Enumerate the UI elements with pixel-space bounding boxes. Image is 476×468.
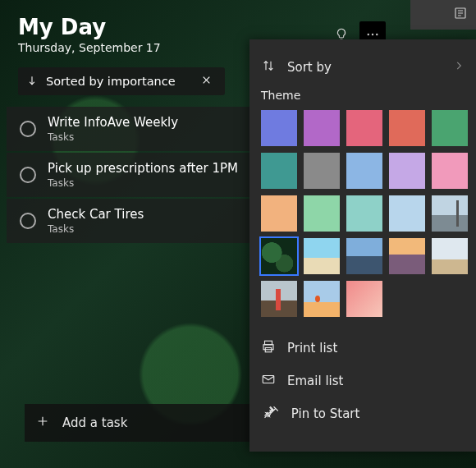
theme-swatch-sand[interactable] <box>432 238 468 274</box>
sort-chip[interactable]: Sorted by importance <box>18 67 225 95</box>
email-list-label: Email list <box>287 374 343 388</box>
theme-swatch-beach[interactable] <box>304 238 340 274</box>
plus-icon <box>36 415 49 431</box>
theme-swatch-seafoam[interactable] <box>346 195 382 232</box>
theme-swatch-lavender[interactable] <box>389 153 425 189</box>
theme-swatch-balloons[interactable] <box>304 281 340 317</box>
task-complete-circle[interactable] <box>20 213 36 229</box>
task-complete-circle[interactable] <box>20 167 36 183</box>
svg-point-3 <box>376 34 378 35</box>
theme-swatch-coral[interactable] <box>389 110 425 146</box>
pin-icon <box>261 405 280 423</box>
task-category: Tasks <box>48 131 178 143</box>
theme-swatch-fern[interactable] <box>261 238 297 274</box>
theme-swatch-purple[interactable] <box>304 110 340 146</box>
theme-swatch-pink-abstract[interactable] <box>346 281 382 317</box>
theme-swatch-mint[interactable] <box>304 195 340 232</box>
pin-to-start-label: Pin to Start <box>291 406 360 421</box>
theme-swatch-rose[interactable] <box>432 153 468 189</box>
email-list-row[interactable]: Email list <box>261 365 465 397</box>
theme-swatch-ice[interactable] <box>389 195 425 232</box>
print-list-row[interactable]: Print list <box>261 332 465 365</box>
sort-by-label: Sort by <box>287 60 332 75</box>
sort-arrow-down-icon <box>26 75 38 89</box>
sort-icon <box>261 58 276 76</box>
pin-to-start-row[interactable]: Pin to Start <box>261 397 465 430</box>
page-title: My Day <box>18 15 458 39</box>
theme-swatch-grid <box>261 110 465 317</box>
task-title: Check Car Tires <box>48 207 144 222</box>
print-list-label: Print list <box>287 341 337 356</box>
add-task-placeholder: Add a task <box>62 415 127 430</box>
svg-point-2 <box>372 34 373 35</box>
theme-swatch-lighthouse[interactable] <box>261 281 297 317</box>
sort-by-row[interactable]: Sort by <box>261 51 465 84</box>
task-category: Tasks <box>48 223 144 235</box>
theme-swatch-green[interactable] <box>432 110 468 146</box>
theme-swatch-gray[interactable] <box>304 153 340 189</box>
theme-swatch-peach[interactable] <box>261 195 297 232</box>
task-title: Write InfoAve Weekly <box>48 115 178 130</box>
chevron-right-icon <box>453 60 465 75</box>
svg-rect-7 <box>263 376 274 383</box>
task-category: Tasks <box>48 177 238 189</box>
svg-rect-4 <box>265 341 272 345</box>
theme-swatch-sunset[interactable] <box>389 238 425 274</box>
svg-point-1 <box>368 34 369 35</box>
sort-chip-label: Sorted by importance <box>46 75 176 88</box>
task-title: Pick up prescriptions after 1PM <box>48 161 238 176</box>
theme-section-label: Theme <box>261 89 465 102</box>
list-options-panel: Sort by Theme Print list Email list Pin … <box>249 39 476 452</box>
print-icon <box>261 339 276 357</box>
theme-swatch-teal[interactable] <box>261 153 297 189</box>
theme-swatch-pink[interactable] <box>346 110 382 146</box>
theme-swatch-mountain[interactable] <box>346 238 382 274</box>
sort-chip-close-icon[interactable] <box>195 74 218 89</box>
theme-swatch-sky[interactable] <box>346 153 382 189</box>
email-icon <box>261 372 276 390</box>
task-complete-circle[interactable] <box>20 121 36 137</box>
theme-swatch-blue[interactable] <box>261 110 297 146</box>
theme-swatch-tower[interactable] <box>432 195 468 232</box>
